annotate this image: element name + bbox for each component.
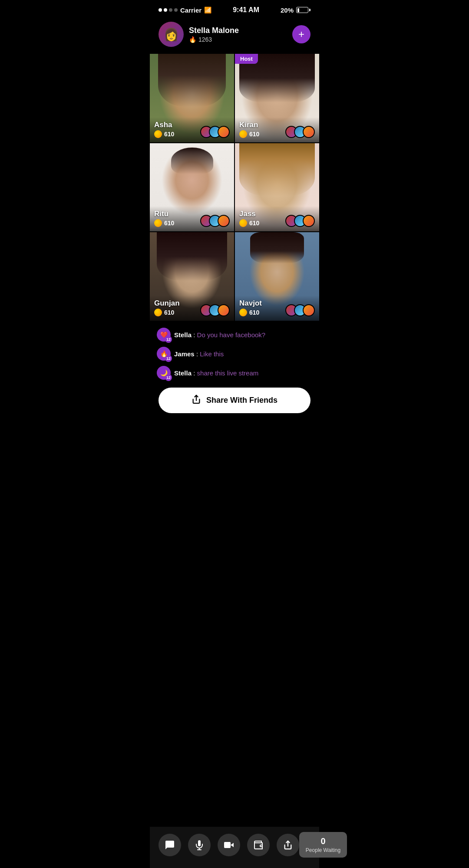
cell-name-gunjan: Gunjan [154, 299, 180, 308]
avatar-stack-item [303, 215, 315, 227]
avatar-stack-item [218, 126, 230, 138]
chat-content: share this live stream [197, 369, 259, 377]
cell-name-asha: Asha [154, 121, 174, 129]
cell-overlay-navjot: Navjot 610 [235, 296, 319, 321]
coin-icon [239, 309, 247, 316]
cell-overlay-ritu: Ritu 610 [150, 206, 234, 231]
avatar-stack-gunjan [200, 304, 230, 316]
share-section: Share With Friends [150, 384, 319, 420]
cell-coins-navjot: 610 [239, 309, 262, 316]
avatar-stack-item [303, 126, 315, 138]
chat-avatar-stella-2: 🌙 12 [157, 366, 171, 380]
chat-content: Do you have facebook? [197, 331, 266, 339]
profile-name: Stella Malone [189, 26, 287, 35]
chat-username: James [174, 350, 195, 358]
cell-coins-gunjan: 610 [154, 309, 180, 316]
flame-icon: 🔥 [189, 36, 196, 43]
status-right: 20% [281, 7, 310, 14]
chat-message-1: ❤️ 12 Stella : Do you have facebook? [157, 328, 312, 342]
avatar-stack-jass [285, 215, 315, 227]
cell-overlay-gunjan: Gunjan 610 [150, 296, 234, 321]
chat-badge: 12 [165, 374, 172, 381]
chat-username: Stella [174, 369, 192, 377]
video-cell-kiran[interactable]: Host Kiran 610 [235, 54, 319, 142]
coin-icon [154, 219, 162, 227]
cell-coins-jass: 610 [239, 219, 259, 227]
video-cell-jass[interactable]: Jass 610 [235, 143, 319, 232]
coin-icon [239, 219, 247, 227]
video-grid: Asha 610 Host Kiran 610 [150, 54, 319, 321]
status-bar: Carrier 📶 9:41 AM 20% [150, 0, 319, 17]
chat-separator: : [196, 350, 200, 358]
cell-overlay-kiran: Kiran 610 [235, 117, 319, 142]
chat-section: ❤️ 12 Stella : Do you have facebook? 🔥 1… [150, 321, 319, 384]
cell-coins-ritu: 610 [154, 219, 174, 227]
avatar-stack-item [218, 215, 230, 227]
bottom-spacer [150, 420, 319, 459]
score-value: 1263 [198, 36, 212, 43]
signal-dots [159, 8, 178, 12]
avatar-stack-asha [200, 126, 230, 138]
share-button-label: Share With Friends [206, 396, 277, 405]
avatar-stack-kiran [285, 126, 315, 138]
chat-avatar-james: 🔥 12 [157, 347, 171, 361]
signal-dot-3 [169, 8, 172, 12]
chat-message-3: 🌙 12 Stella : share this live stream [157, 366, 312, 380]
cell-name-jass: Jass [239, 210, 259, 218]
video-cell-ritu[interactable]: Ritu 610 [150, 143, 234, 232]
battery-percent: 20% [281, 7, 294, 14]
avatar-stack-navjot [285, 304, 315, 316]
video-cell-navjot[interactable]: Navjot 610 [235, 232, 319, 321]
avatar-stack-item [218, 304, 230, 316]
chat-separator: : [193, 331, 197, 339]
avatar-stack-ritu [200, 215, 230, 227]
wifi-icon: 📶 [204, 7, 211, 13]
chat-username: Stella [174, 331, 192, 339]
profile-info: Stella Malone 🔥 1263 [189, 26, 287, 43]
status-left: Carrier 📶 [159, 7, 211, 14]
host-badge: Host [235, 54, 258, 64]
cell-name-navjot: Navjot [239, 299, 262, 308]
avatar: 👩 [159, 22, 184, 47]
chat-separator: : [193, 369, 197, 377]
chat-text-3: Stella : share this live stream [174, 369, 258, 377]
carrier-label: Carrier [180, 7, 201, 14]
avatar-stack-item [303, 304, 315, 316]
profile-row: 👩 Stella Malone 🔥 1263 + [150, 17, 319, 54]
add-button[interactable]: + [292, 25, 310, 43]
video-cell-asha[interactable]: Asha 610 [150, 54, 234, 142]
chat-message-2: 🔥 12 James : Like this [157, 347, 312, 361]
cell-coins-kiran: 610 [239, 130, 259, 138]
chat-content: Like this [200, 350, 224, 358]
cell-overlay-jass: Jass 610 [235, 206, 319, 231]
profile-score: 🔥 1263 [189, 36, 287, 43]
signal-dot-4 [174, 8, 178, 12]
signal-dot-2 [164, 8, 167, 12]
cell-name-kiran: Kiran [239, 121, 259, 129]
coin-icon [154, 130, 162, 138]
signal-dot-1 [159, 8, 162, 12]
cell-coins-asha: 610 [154, 130, 174, 138]
chat-badge: 12 [165, 355, 172, 362]
share-icon [192, 395, 201, 406]
coin-icon [239, 130, 247, 138]
chat-text-1: Stella : Do you have facebook? [174, 331, 265, 339]
chat-text-2: James : Like this [174, 350, 224, 358]
cell-name-ritu: Ritu [154, 210, 174, 218]
battery-icon [296, 7, 310, 13]
cell-overlay-asha: Asha 610 [150, 117, 234, 142]
chat-badge: 12 [165, 336, 172, 343]
time-display: 9:41 AM [233, 6, 259, 14]
coin-icon [154, 309, 162, 316]
video-cell-gunjan[interactable]: Gunjan 610 [150, 232, 234, 321]
share-with-friends-button[interactable]: Share With Friends [159, 388, 310, 413]
chat-avatar-stella-1: ❤️ 12 [157, 328, 171, 342]
